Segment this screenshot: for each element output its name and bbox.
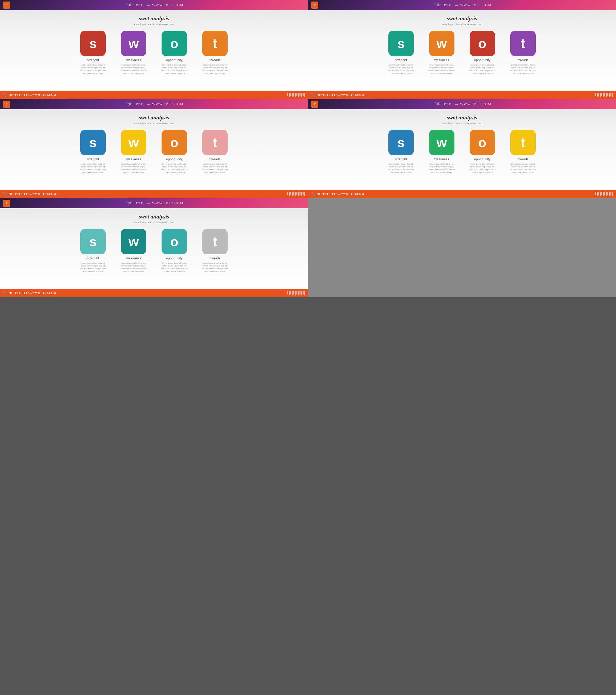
slide-subtitle: lorem ipsum dolor sit amet, conse ctetur [134, 122, 174, 125]
footer-bar [295, 93, 296, 97]
footer-bar [301, 93, 302, 97]
footer-bars [287, 93, 305, 97]
svg-text:P: P [5, 202, 7, 205]
slide-title: swot analysis [447, 15, 477, 22]
swot-item-weakness: w weakness lorem ipsum dolor sit amet,co… [117, 130, 150, 174]
swot-text-strenght: lorem ipsum dolor sit amet,conse ctetur … [80, 163, 106, 174]
icons-row: s strenght lorem ipsum dolor sit amet,co… [76, 31, 232, 75]
footer-bar [611, 93, 612, 96]
slide-subtitle: lorem ipsum dolor sit amet, conse ctetur [442, 122, 482, 125]
paperclip-icon: 📎 [311, 192, 315, 196]
svg-text:P: P [314, 103, 315, 106]
swot-label-strenght: strenght [87, 256, 99, 260]
icons-row: s strenght lorem ipsum dolor sit amet,co… [76, 130, 232, 174]
slide-subtitle: lorem ipsum dolor sit amet, conse ctetur [442, 23, 482, 26]
slide2: P 『第一PPT』— WWW.1PPT.COM swot analysis lo… [308, 0, 616, 99]
slide-header: P 『第一PPT』— WWW.1PPT.COM [308, 0, 616, 10]
swot-item-strenght: s strenght lorem ipsum dolor sit amet,co… [76, 130, 109, 174]
slide-content: swot analysis lorem ipsum dolor sit amet… [0, 109, 308, 190]
swot-icon-s: s [388, 130, 414, 155]
footer-bar [289, 291, 290, 295]
footer-text: 第一PPT HTTP://WWW.1PPT.COM [10, 192, 285, 196]
slide-header: P 『第一PPT』— WWW.1PPT.COM [0, 0, 308, 10]
footer-bar [304, 291, 305, 295]
footer-bar [609, 192, 610, 196]
slide-header: P 『第一PPT』— WWW.1PPT.COM [308, 99, 616, 109]
footer-bar [289, 192, 290, 196]
slide-subtitle: lorem ipsum dolor sit amet, conse ctetur [134, 221, 174, 224]
swot-text-opportunity: lorem ipsum dolor sit amet,conse ctetur … [469, 163, 496, 174]
swot-text-strenght: lorem ipsum dolor sit amet,conse ctetur … [80, 261, 106, 273]
swot-text-weakness: lorem ipsum dolor sit amet,conse ctetur … [120, 64, 147, 75]
footer-bar [595, 93, 596, 96]
footer-bar [604, 192, 605, 196]
ppt-icon: P [3, 1, 10, 9]
empty-slot [308, 198, 616, 297]
footer-bar [290, 93, 291, 96]
footer-bar [606, 192, 607, 196]
swot-label-strenght: strenght [87, 58, 99, 62]
swot-icon-s: s [388, 31, 414, 56]
footer-bar [292, 291, 293, 295]
slide-footer: 📎 第一PPT HTTP://WWW.1PPT.COM [0, 190, 308, 198]
swot-item-opportunity: o opportunity lorem ipsum dolor sit amet… [158, 130, 191, 174]
slide3: P 『第一PPT』— WWW.1PPT.COM swot analysis lo… [0, 99, 308, 198]
footer-bar [298, 192, 299, 196]
paperclip-icon: 📎 [311, 93, 315, 97]
footer-bar [304, 93, 305, 97]
swot-text-opportunity: lorem ipsum dolor sit amet,conse ctetur … [161, 261, 187, 273]
footer-bar [603, 93, 604, 97]
footer-bar [612, 93, 613, 97]
swot-label-opportunity: opportunity [474, 58, 491, 62]
footer-bar [598, 192, 599, 196]
footer-bar [293, 192, 294, 196]
swot-item-strenght: s strenght lorem ipsum dolor sit amet,co… [76, 229, 109, 273]
footer-bar [597, 192, 598, 196]
swot-label-weakness: weakness [126, 157, 141, 161]
footer-bar [604, 93, 605, 96]
footer-bar [303, 93, 304, 96]
footer-bar [612, 192, 613, 196]
footer-bar [293, 291, 294, 294]
swot-icon-w: w [429, 31, 455, 56]
slide4: P 『第一PPT』— WWW.1PPT.COM swot analysis lo… [308, 99, 616, 198]
swot-item-opportunity: o opportunity lorem ipsum dolor sit amet… [158, 229, 191, 273]
footer-bar [289, 93, 290, 97]
swot-icon-t: t [202, 229, 228, 254]
swot-label-threads: threads [209, 256, 221, 260]
footer-bar [301, 291, 302, 295]
slide1: P 『第一PPT』— WWW.1PPT.COM swot analysis lo… [0, 0, 308, 99]
paperclip-icon: 📎 [3, 291, 7, 295]
swot-icon-t: t [510, 130, 536, 155]
swot-icon-t: t [202, 130, 228, 155]
swot-icon-o: o [470, 130, 495, 155]
swot-label-weakness: weakness [126, 256, 141, 260]
swot-item-threads: t threads lorem ipsum dolor sit amet,con… [199, 31, 232, 75]
slide-header: P 『第一PPT』— WWW.1PPT.COM [0, 99, 308, 109]
swot-text-threads: lorem ipsum dolor sit amet,conse ctetur … [202, 163, 228, 174]
footer-bar [292, 93, 293, 97]
swot-item-strenght: s strenght lorem ipsum dolor sit amet,co… [76, 31, 109, 75]
swot-icon-t: t [510, 31, 536, 56]
svg-text:P: P [5, 103, 7, 106]
footer-bar [600, 93, 601, 97]
swot-text-strenght: lorem ipsum dolor sit amet,conse ctetur … [80, 64, 106, 75]
footer-bar [292, 192, 293, 196]
slide-title: swot analysis [447, 114, 477, 121]
swot-text-threads: lorem ipsum dolor sit amet,conse ctetur … [510, 64, 536, 75]
swot-text-strenght: lorem ipsum dolor sit amet,conse ctetur … [388, 163, 414, 174]
swot-item-threads: t threads lorem ipsum dolor sit amet,con… [507, 130, 540, 174]
swot-item-threads: t threads lorem ipsum dolor sit amet,con… [199, 229, 232, 273]
swot-icon-s: s [80, 229, 106, 254]
footer-bar [296, 192, 297, 196]
swot-icon-t: t [202, 31, 228, 56]
footer-bar [290, 192, 291, 196]
swot-label-threads: threads [517, 157, 528, 161]
swot-icon-w: w [121, 130, 146, 155]
swot-label-threads: threads [209, 58, 221, 62]
header-text: 『第一PPT』— WWW.1PPT.COM [124, 201, 183, 205]
swot-item-weakness: w weakness lorem ipsum dolor sit amet,co… [425, 31, 458, 75]
slide-title: swot analysis [139, 214, 169, 220]
footer-bar [296, 291, 297, 294]
footer-bar [595, 192, 596, 196]
